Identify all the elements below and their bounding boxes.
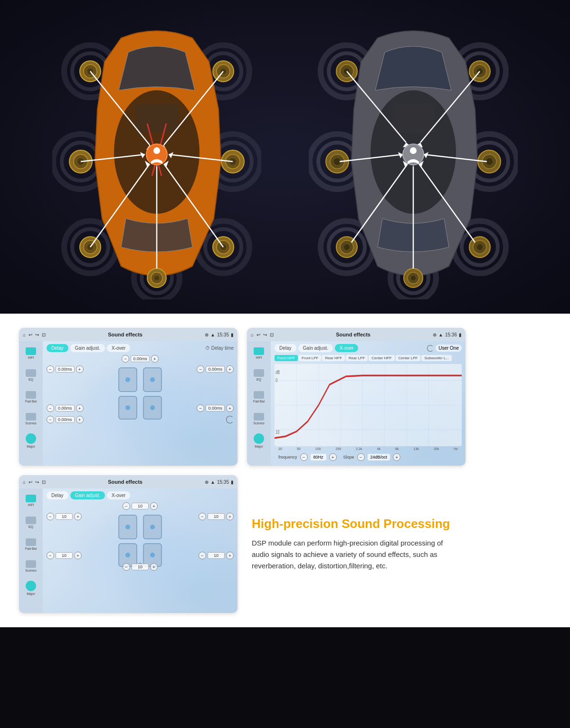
minus-low-right[interactable]: − [197, 404, 204, 412]
tab-xover-delay[interactable]: X-over [107, 344, 130, 352]
tab-gain-delay[interactable]: Gain adjust. [70, 344, 105, 352]
window-icon[interactable]: ⊡ [42, 332, 46, 337]
home-icon[interactable]: ⌂ [23, 332, 26, 337]
freq-hz: Hz [454, 447, 458, 450]
minus-gain-low-left[interactable]: − [47, 552, 54, 559]
wifi-icon-x: ▲ [438, 332, 443, 337]
slope-minus[interactable]: − [357, 453, 365, 461]
sidebar-major-x[interactable]: Major [250, 431, 268, 450]
back-icon-g[interactable]: ↩ [28, 479, 32, 485]
gain-top-row: − 10 + [47, 502, 234, 510]
sidebar-major-g[interactable]: Major [22, 579, 40, 597]
window-icon-g[interactable]: ⊡ [42, 479, 46, 485]
plus-mid-right[interactable]: + [226, 365, 234, 373]
minus-gain-low-right[interactable]: − [199, 552, 206, 559]
tab-delay-x[interactable]: Delay [275, 344, 296, 352]
plus-low-left[interactable]: + [76, 404, 84, 412]
plus-gain-bottom[interactable]: + [150, 563, 158, 571]
home-icon-g[interactable]: ⌂ [23, 479, 26, 485]
plus-bottom[interactable]: + [76, 416, 84, 423]
forward-icon-x[interactable]: ↪ [263, 332, 267, 337]
seat-graphic [114, 365, 166, 422]
sidebar-hifi-label: HIFI [28, 356, 34, 359]
sidebar-scenes-x[interactable]: Scenes [250, 410, 268, 428]
sidebar-major[interactable]: Major [22, 431, 40, 450]
value-gain-low-right: 10 [208, 552, 225, 559]
sidebar-hifi-x[interactable]: HIFI [250, 344, 268, 362]
plus-mid-left[interactable]: + [76, 365, 84, 373]
tab-gain-x[interactable]: Gain adjust. [298, 344, 333, 352]
main-content-gain: Delay Gain adjust. X-over − 10 + [43, 489, 238, 613]
sidebar-hifi-g-label: HIFI [28, 503, 34, 507]
value-low-left: 0.00ms [56, 405, 75, 412]
filter-rear-lpf[interactable]: Rear LPF [346, 355, 368, 361]
sidebar-fadbal-x[interactable]: Fad·Bal [250, 388, 268, 406]
freq-20: 20 [278, 447, 282, 450]
tab-xover-g[interactable]: X-over [107, 491, 130, 499]
forward-icon[interactable]: ↪ [35, 332, 39, 337]
sidebar-eq-x[interactable]: EQ [250, 366, 268, 384]
info-description: DSP module can perform high-precision di… [252, 537, 461, 572]
wifi-icon-g: ▲ [210, 479, 215, 485]
minus-gain-mid-left[interactable]: − [47, 513, 54, 520]
plus-gain-low-right[interactable]: + [226, 552, 234, 559]
delay-ctrl-low-right: − 0.00ms + [197, 404, 234, 412]
freq-minus[interactable]: − [300, 453, 308, 461]
info-section: High-precision Sound Processing DSP modu… [247, 475, 466, 613]
plus-low-right[interactable]: + [226, 404, 234, 412]
tab-row-xover: Delay Gain adjust. X-over User One [275, 344, 462, 352]
reset-icon[interactable] [226, 416, 234, 423]
slope-plus[interactable]: + [393, 453, 400, 461]
svg-point-85 [344, 244, 350, 250]
plus-gain-low-left[interactable]: + [74, 552, 82, 559]
reset-icon-x[interactable] [427, 345, 434, 352]
minus-gain-mid-right[interactable]: − [199, 513, 206, 520]
minus-mid-left[interactable]: − [47, 365, 54, 373]
minus-top-center[interactable]: − [122, 355, 129, 363]
minus-gain-top[interactable]: − [123, 502, 130, 510]
svg-point-112 [125, 377, 130, 382]
filter-rear-hpf[interactable]: Rear HPF [322, 355, 345, 361]
freq-plus[interactable]: + [329, 453, 337, 461]
filter-subwoofer[interactable]: Subwoofer L... [421, 355, 452, 361]
minus-gain-bottom[interactable]: − [123, 563, 130, 571]
sidebar-scenes-g[interactable]: Scenes [22, 557, 40, 575]
header-status-delay: ⊕ ▲ 15:35 ▮ [205, 332, 234, 337]
plus-gain-mid-right[interactable]: + [226, 513, 234, 520]
chart-bottom-controls: frequency − 80Hz + Slope − 24dB/oct + [275, 451, 462, 463]
window-icon-x[interactable]: ⊡ [270, 332, 274, 337]
plus-gain-mid-left[interactable]: + [74, 513, 82, 520]
filter-front-hpf[interactable]: Front HPF [275, 355, 298, 361]
sidebar-fadbal-g[interactable]: Fad·Bal [22, 535, 40, 553]
minus-low-left[interactable]: − [47, 404, 54, 412]
sidebar-eq-g[interactable]: EQ [22, 513, 40, 531]
sidebar-hifi[interactable]: HIFI [22, 344, 40, 362]
gain-screen: ⌂ ↩ ↪ ⊡ Sound effects ⊕ ▲ 15:35 ▮ HIFI [19, 475, 238, 613]
gain-low-row: − 10 + − 10 + [47, 552, 234, 559]
home-icon-x[interactable]: ⌂ [251, 332, 254, 337]
forward-icon-g[interactable]: ↪ [35, 479, 39, 485]
filter-center-hpf[interactable]: Center HPF [369, 355, 394, 361]
tab-xover-x[interactable]: X-over [335, 344, 358, 352]
minus-bottom[interactable]: − [47, 416, 54, 423]
tab-delay-g[interactable]: Delay [47, 491, 68, 499]
main-content-delay: Delay Gain adjust. X-over ⏱ Delay time −… [43, 341, 238, 466]
svg-rect-15 [135, 105, 178, 133]
sidebar-eq[interactable]: EQ [22, 366, 40, 384]
value-top-center: 0.00ms [131, 355, 150, 362]
plus-top-center[interactable]: + [151, 355, 159, 363]
sidebar-fadbal[interactable]: Fad·Bal [22, 388, 40, 406]
back-icon[interactable]: ↩ [28, 332, 32, 337]
sidebar-scenes[interactable]: Scenes [22, 410, 40, 428]
sidebar-hifi-g[interactable]: HIFI [22, 491, 40, 509]
tab-gain-g[interactable]: Gain adjust. [70, 491, 105, 499]
filter-center-lpf[interactable]: Center LPF [396, 355, 421, 361]
plus-gain-top[interactable]: + [150, 502, 158, 510]
delay-ctrl-top: − 0.00ms + [122, 355, 159, 363]
xover-screen: ⌂ ↩ ↪ ⊡ Sound effects ⊕ ▲ 15:36 ▮ HIFI [247, 328, 466, 466]
back-icon-x[interactable]: ↩ [256, 332, 260, 337]
minus-mid-right[interactable]: − [197, 365, 204, 373]
tab-delay[interactable]: Delay [47, 344, 68, 352]
location-icon-g: ⊕ [205, 479, 209, 485]
filter-front-lpf[interactable]: Front LPF [299, 355, 322, 361]
